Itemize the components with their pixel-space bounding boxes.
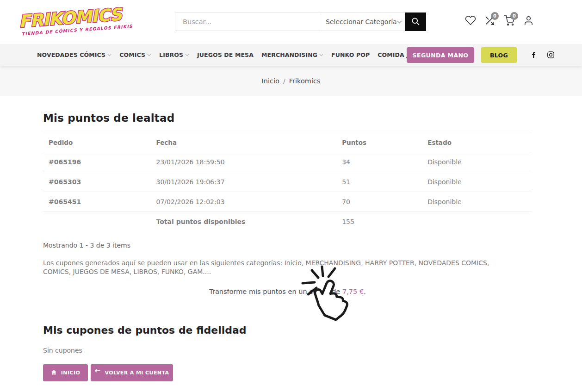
search-bar: Seleccionar Categoría [175, 12, 426, 31]
page-title: Mis puntos de lealtad [43, 112, 532, 124]
nav-item-funko-pop[interactable]: FUNKO POP [331, 51, 370, 58]
nav-item-comics[interactable]: COMICS [119, 51, 151, 58]
category-select-value: Seleccionar Categoría [326, 18, 397, 25]
coupon-amount-link[interactable]: 7,75 € [342, 288, 364, 295]
col-header-pedido: Pedido [43, 133, 151, 152]
order-date: 23/01/2026 18:59:50 [151, 152, 337, 172]
nav-item-libros[interactable]: LIBROS [159, 51, 189, 58]
loyalty-points-table: Pedido Fecha Puntos Estado #065196 23/01… [43, 133, 532, 231]
table-row: #065196 23/01/2026 18:59:50 34 Disponibl… [43, 152, 532, 172]
header-icons: 0 0 [464, 15, 534, 27]
site-logo[interactable]: FRIKOMICS TIENDA DE CÓMICS Y REGALOS FRI… [17, 3, 132, 44]
compare-button[interactable]: 0 [484, 15, 495, 27]
order-number: #065303 [43, 172, 151, 192]
chevron-down-icon [185, 54, 189, 56]
order-points: 34 [336, 152, 422, 172]
order-points: 70 [336, 192, 422, 212]
order-date: 30/01/2026 19:06:37 [151, 172, 337, 192]
order-number: #065451 [43, 192, 151, 212]
table-row: #065451 07/02/2026 12:02:03 70 Disponibl… [43, 192, 532, 212]
main-content: Mis puntos de lealtad Pedido Fecha Punto… [43, 112, 532, 381]
breadcrumb-current: Frikomics [289, 77, 321, 85]
volver-a-mi-cuenta-button[interactable]: ← VOLVER A MI CUENTA [91, 364, 173, 381]
main-nav: NOVEDADES CÓMICS COMICS LIBROS JUEGOS DE… [0, 44, 582, 66]
blog-button[interactable]: BLOG [481, 47, 517, 63]
search-button[interactable] [405, 12, 426, 31]
facebook-icon[interactable] [529, 51, 538, 59]
coupon-categories-info: Los cupones generados aquí se pueden usa… [43, 259, 515, 276]
inicio-button[interactable]: INICIO [43, 364, 88, 381]
chevron-down-icon [319, 54, 323, 56]
segunda-mano-button[interactable]: SEGUNDA MANO [407, 47, 474, 63]
cart-count-badge: 0 [510, 12, 518, 20]
arrow-left-icon: ← [95, 367, 101, 374]
category-select[interactable]: Seleccionar Categoría [319, 13, 405, 31]
order-status: Disponible [422, 192, 532, 212]
total-points-value: 155 [336, 212, 422, 232]
breadcrumb-separator: / [283, 77, 285, 85]
nav-item-juegos-de-mesa[interactable]: JUEGOS DE MESA [197, 51, 254, 58]
breadcrumb: Inicio / Frikomics [0, 66, 582, 96]
transform-points-text: Transforme mis puntos en un cupón de [209, 288, 342, 295]
order-number: #065196 [43, 152, 151, 172]
table-row: #065303 30/01/2026 19:06:37 51 Disponibl… [43, 172, 532, 192]
table-header-row: Pedido Fecha Puntos Estado [43, 133, 532, 152]
site-header: FRIKOMICS TIENDA DE CÓMICS Y REGALOS FRI… [0, 0, 582, 44]
chevron-down-icon [397, 20, 402, 24]
home-icon [51, 369, 57, 377]
no-coupons-text: Sin cupones [43, 347, 532, 354]
search-icon [411, 17, 420, 27]
order-points: 51 [336, 172, 422, 192]
order-date: 07/02/2026 12:02:03 [151, 192, 337, 212]
transform-points-line: Transforme mis puntos en un cupón de 7,7… [43, 288, 532, 295]
compare-count-badge: 0 [491, 12, 499, 20]
pagination-status: Mostrando 1 - 3 de 3 items [43, 242, 532, 249]
account-button[interactable] [523, 15, 534, 27]
nav-item-merchandising[interactable]: MERCHANDISING [261, 51, 323, 58]
coupons-section-title: Mis cupones de puntos de fidelidad [43, 324, 532, 336]
chevron-down-icon [107, 54, 111, 56]
col-header-puntos: Puntos [336, 133, 422, 152]
order-status: Disponible [422, 152, 532, 172]
cart-button[interactable]: 0 [503, 15, 515, 27]
nav-item-novedades-comics[interactable]: NOVEDADES CÓMICS [37, 51, 111, 58]
total-points-label: Total puntos disponibles [151, 212, 337, 232]
user-icon [523, 15, 534, 28]
order-status: Disponible [422, 172, 532, 192]
instagram-icon[interactable] [546, 51, 555, 59]
breadcrumb-home-link[interactable]: Inicio [262, 77, 279, 85]
chevron-down-icon [147, 54, 151, 56]
wishlist-button[interactable] [464, 15, 476, 27]
heart-icon [465, 15, 476, 28]
col-header-fecha: Fecha [151, 133, 337, 152]
col-header-estado: Estado [422, 133, 532, 152]
table-total-row: Total puntos disponibles 155 [43, 212, 532, 232]
search-input[interactable] [175, 13, 319, 31]
